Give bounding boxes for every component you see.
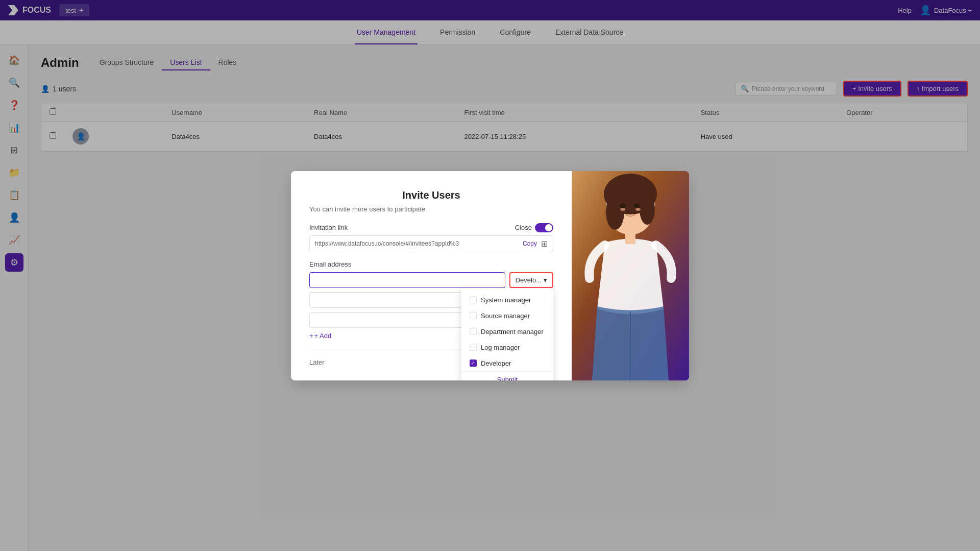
qr-code-icon[interactable]: ⊞ <box>541 239 548 249</box>
svg-rect-9 <box>625 231 635 244</box>
modal-left: × Invite Users You can invite more users… <box>291 171 572 380</box>
email-input-1[interactable] <box>309 272 505 288</box>
copy-link-button[interactable]: Copy <box>523 240 537 247</box>
invitation-link-section: Invitation link Close https://www.datafo… <box>309 223 553 252</box>
person-image <box>572 171 689 380</box>
invite-link-label: Invitation link <box>309 224 348 231</box>
link-input-row: https://www.datafocus.io/console/#/invit… <box>309 235 553 252</box>
svg-point-8 <box>634 204 640 208</box>
checkbox-source-manager <box>470 312 477 319</box>
invitation-link-toggle[interactable] <box>535 223 553 232</box>
invite-link-header: Invitation link Close <box>309 223 553 232</box>
dropdown-item-developer[interactable]: Developer <box>461 355 553 371</box>
department-manager-label: Department manager <box>481 328 544 336</box>
dropdown-item-source-manager[interactable]: Source manager <box>461 308 553 324</box>
role-dropdown-container: Develo... ▾ System manager <box>509 272 553 288</box>
source-manager-label: Source manager <box>481 312 530 320</box>
content-area: Admin Groups Structure Users List Roles … <box>29 45 980 551</box>
checkbox-department-manager <box>470 328 477 335</box>
add-icon: + <box>309 332 313 340</box>
svg-point-5 <box>620 208 625 211</box>
svg-point-4 <box>640 194 655 225</box>
modal-right-image <box>572 171 689 380</box>
developer-label: Developer <box>481 360 511 367</box>
dropdown-footer: Submit <box>461 371 553 380</box>
invite-users-modal: × Invite Users You can invite more users… <box>291 171 689 380</box>
role-dropdown-menu: System manager Source manager Department… <box>461 288 553 380</box>
svg-point-6 <box>635 208 641 211</box>
link-url-text: https://www.datafocus.io/console/#/invit… <box>315 240 519 247</box>
dropdown-item-log-manager[interactable]: Log manager <box>461 340 553 355</box>
checkbox-developer <box>470 360 477 367</box>
main-layout: 🏠 🔍 ❓ 📊 ⊞ 📁 📋 👤 📈 ⚙ Admin Groups Structu… <box>0 45 980 551</box>
close-toggle-label: Close <box>515 224 532 231</box>
svg-point-7 <box>620 204 626 208</box>
dropdown-item-system-manager[interactable]: System manager <box>461 292 553 308</box>
dropdown-submit-button[interactable]: Submit <box>497 376 518 380</box>
modal-overlay: × Invite Users You can invite more users… <box>0 0 980 551</box>
toggle-area: Close <box>515 223 553 232</box>
person-svg <box>572 171 689 380</box>
later-button[interactable]: Later <box>309 358 325 366</box>
email-label: Email address <box>309 260 553 268</box>
svg-point-3 <box>606 194 624 230</box>
modal-title: Invite Users <box>309 189 553 201</box>
role-dropdown-button[interactable]: Develo... ▾ <box>509 272 553 288</box>
dropdown-item-department-manager[interactable]: Department manager <box>461 324 553 340</box>
email-section: Email address Develo... ▾ <box>309 260 553 328</box>
email-row-1: Develo... ▾ System manager <box>309 272 553 288</box>
modal-subtitle: You can invite more users to participate <box>309 205 553 213</box>
system-manager-label: System manager <box>481 296 531 304</box>
checkbox-system-manager <box>470 296 477 303</box>
checkbox-log-manager <box>470 344 477 351</box>
log-manager-label: Log manager <box>481 344 520 351</box>
